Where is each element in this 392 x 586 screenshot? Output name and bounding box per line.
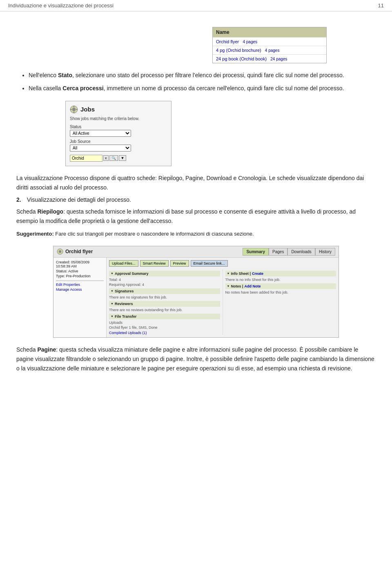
job-source-select[interactable]: All — [70, 145, 131, 152]
reviewers-label: Reviewers — [115, 302, 133, 306]
col-right: ▼ Info Sheet | Create There is no Info S… — [225, 269, 336, 335]
info-sheet-text: There is no Info Sheet for this job. — [225, 278, 336, 282]
table-row: 4 pg (Orchid brochure) 4 pages — [213, 46, 326, 54]
svg-point-7 — [59, 250, 61, 253]
search-input[interactable] — [70, 155, 102, 162]
riepilogo-bold: Riepilogo — [37, 208, 63, 215]
upload-files-button[interactable]: Upload Files... — [109, 260, 138, 267]
triangle-icon: ▼ — [111, 290, 114, 292]
clear-button[interactable]: x — [103, 155, 109, 161]
tip-suffix: Fare clic sui triangoli per mostrare o n… — [55, 231, 254, 237]
reviewers-title: ▼ Reviewers — [109, 301, 220, 307]
add-note-link[interactable]: Add Note — [244, 284, 261, 288]
table-header: Name — [213, 27, 326, 37]
orchid-flyer-pages[interactable]: 4 pages — [243, 40, 257, 44]
page-number: 11 — [378, 2, 384, 9]
preview-button[interactable]: Preview — [170, 260, 189, 267]
dropdown-button[interactable]: ▼ — [119, 155, 127, 161]
notes-label: Notes | — [231, 284, 243, 288]
tab-history[interactable]: History — [315, 248, 335, 256]
right-panel: Upload Files... Smart Review Preview Ema… — [107, 258, 339, 337]
job-source-label: Job Source — [70, 139, 167, 144]
pagine-bold: Pagine — [37, 346, 56, 353]
jobs-title: Jobs — [70, 105, 167, 114]
main-content: Name Orchid flyer 4 pages 4 pg (Orchid b… — [0, 11, 392, 394]
info-sheet-title: ▼ Info Sheet | Create — [225, 271, 336, 276]
page-header: Individuazione e visualizzazione dei pro… — [0, 0, 392, 11]
approval-total: Total: 4 — [109, 278, 220, 282]
jobs-screenshot: Jobs Show jobs matching the criteria bel… — [65, 101, 172, 166]
orchid-body: Created: 05/08/2009 10:58:39 AM Status: … — [53, 258, 339, 337]
orchid-title: Orchid flyer — [57, 248, 93, 255]
svg-point-1 — [72, 108, 76, 111]
left-panel: Created: 05/08/2009 10:58:39 AM Status: … — [53, 258, 107, 337]
reviewers-text: There are no reviews outstanding for thi… — [109, 308, 220, 312]
uploads-text: Orchid flyer 1 file, SMS, Done — [109, 325, 220, 330]
tip-prefix: Suggerimento: — [16, 231, 55, 237]
signatures-title: ▼ Signatures — [109, 288, 220, 294]
smart-review-button[interactable]: Smart Review — [140, 260, 169, 267]
search-button[interactable]: 🔍 — [109, 155, 118, 161]
orchid-book-pages[interactable]: 24 pages — [270, 57, 287, 61]
tab-downloads[interactable]: Downloads — [287, 248, 315, 256]
triangle-icon: ▼ — [111, 272, 114, 275]
numbered-item: 2. Visualizzazione dei dettagli del proc… — [16, 196, 376, 203]
manage-access-link[interactable]: Manage Access — [56, 287, 104, 292]
riepilogo-suffix: : questa scheda fornisce le informazioni… — [16, 208, 356, 224]
paragraph1: La visualizzazione Processo dispone di q… — [16, 174, 376, 192]
completed-uploads-link[interactable]: Completed Uploads (1) — [109, 331, 147, 335]
status-label: Status — [70, 125, 167, 129]
orchid-header: Orchid flyer Summary Pages Downloads His… — [53, 246, 339, 258]
status-select[interactable]: All Active Active All — [70, 130, 131, 137]
action-bar: Upload Files... Smart Review Preview Ema… — [109, 260, 336, 267]
meta-status: Status: Active — [56, 269, 104, 273]
approval-summary-title: ▼ Approval Summary — [109, 271, 220, 276]
orchid-brochure-link[interactable]: 4 pg (Orchid brochure) — [216, 48, 261, 53]
triangle-icon: ▼ — [227, 272, 230, 275]
col-left: ▼ Approval Summary Total: 4 Requiring Ap… — [109, 269, 223, 335]
header-title: Individuazione e visualizzazione dei pro… — [8, 2, 114, 9]
triangle-icon: ▼ — [227, 285, 230, 287]
create-link[interactable]: Create — [252, 272, 263, 276]
item-text: Visualizzazione dei dettagli del process… — [27, 196, 131, 203]
pagine-prefix: Scheda — [16, 346, 37, 353]
table-screenshot: Name Orchid flyer 4 pages 4 pg (Orchid b… — [212, 27, 327, 63]
signatures-label: Signatures — [115, 289, 134, 293]
signatures-text: There are no signatures for this job. — [109, 295, 220, 299]
search-row: x 🔍 ▼ — [70, 155, 167, 162]
table-row: 24 pg book (Orchid book) 24 pages — [213, 54, 326, 63]
two-col: ▼ Approval Summary Total: 4 Requiring Ap… — [109, 269, 336, 335]
tab-pages[interactable]: Pages — [269, 248, 287, 256]
completed-uploads-text: Completed Uploads (1) — [109, 331, 147, 335]
orchid-book-link[interactable]: 24 pg book (Orchid book) — [216, 56, 267, 61]
orchid-flyer-link[interactable]: Orchid flyer — [216, 39, 239, 44]
tab-summary[interactable]: Summary — [243, 248, 269, 256]
status-dropdown-row: All Active Active All — [70, 130, 167, 137]
orchid-brochure-pages[interactable]: 4 pages — [265, 48, 280, 53]
bullet-item-2: Nella casella Cerca processi, immettere … — [29, 84, 376, 94]
svg-rect-5 — [76, 109, 78, 110]
approval-summary-label: Approval Summary — [115, 272, 149, 276]
orchid-gear-icon — [57, 248, 63, 255]
notes-title: ▼ Notes | Add Note — [225, 283, 336, 289]
file-transfer-title: ▼ File Transfer — [109, 314, 220, 319]
jobs-title-text: Jobs — [80, 106, 95, 113]
notes-text: No notes have been added for this job. — [225, 290, 336, 294]
info-sheet-label: Info Sheet | — [231, 272, 251, 276]
file-transfer-label: File Transfer — [115, 314, 137, 319]
triangle-icon: ▼ — [111, 302, 114, 305]
svg-rect-4 — [70, 109, 72, 110]
svg-rect-2 — [74, 106, 74, 107]
email-secure-link-button[interactable]: Email Secure link... — [191, 260, 228, 267]
gear-icon — [70, 105, 78, 114]
bullet2-text: Nella casella Cerca processi, immettere … — [29, 85, 344, 91]
pagine-section: Scheda Pagine: questa scheda visualizza … — [16, 345, 376, 373]
edit-properties-link[interactable]: Edit Properties — [56, 283, 104, 287]
uploads-label: Uploads — [109, 321, 220, 325]
svg-rect-3 — [74, 111, 74, 113]
jobs-subtitle: Show jobs matching the criteria below. — [70, 116, 167, 121]
bullet1-text: Nell'elenco Stato, selezionare uno stato… — [29, 72, 344, 78]
pagine-suffix: : questa scheda visualizza miniature del… — [16, 346, 374, 372]
tip-box: Suggerimento: Fare clic sui triangoli pe… — [16, 230, 376, 238]
divider — [56, 281, 104, 281]
